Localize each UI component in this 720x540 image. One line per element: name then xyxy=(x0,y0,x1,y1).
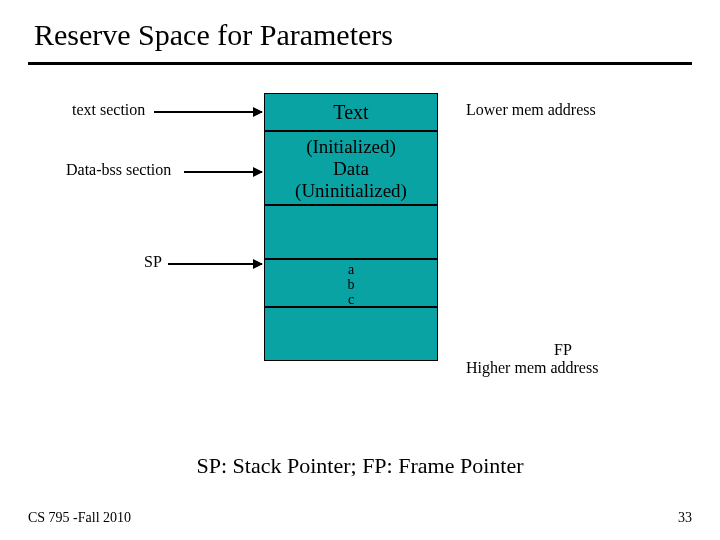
footer-course: CS 795 -Fall 2010 xyxy=(28,510,131,526)
label-data-bss-section: Data-bss section xyxy=(66,161,171,179)
segment-data: (Initialized) Data (Uninitialized) xyxy=(264,131,438,205)
segment-data-line3: (Uninitialized) xyxy=(265,180,437,202)
label-lower-mem: Lower mem address xyxy=(466,101,596,119)
diagram-canvas: Text (Initialized) Data (Uninitialized) … xyxy=(0,65,720,445)
label-higher-mem: Higher mem address xyxy=(466,359,598,377)
arrow-data-bss xyxy=(184,171,262,173)
segment-parameters: a b c xyxy=(264,259,438,307)
segment-text: Text xyxy=(264,93,438,131)
segment-data-line2: Data xyxy=(265,158,437,180)
param-a: a xyxy=(265,262,437,277)
label-sp: SP xyxy=(144,253,162,271)
segment-heap-gap xyxy=(264,205,438,259)
param-b: b xyxy=(265,277,437,292)
footer-page-number: 33 xyxy=(678,510,692,526)
arrow-sp xyxy=(168,263,262,265)
arrow-text-section xyxy=(154,111,262,113)
segment-fp-gap xyxy=(264,307,438,361)
segment-data-line1: (Initialized) xyxy=(265,136,437,158)
label-fp: FP xyxy=(554,341,572,359)
slide-title: Reserve Space for Parameters xyxy=(0,0,720,62)
param-c: c xyxy=(265,292,437,307)
label-text-section: text section xyxy=(72,101,145,119)
caption-pointers: SP: Stack Pointer; FP: Frame Pointer xyxy=(0,453,720,479)
